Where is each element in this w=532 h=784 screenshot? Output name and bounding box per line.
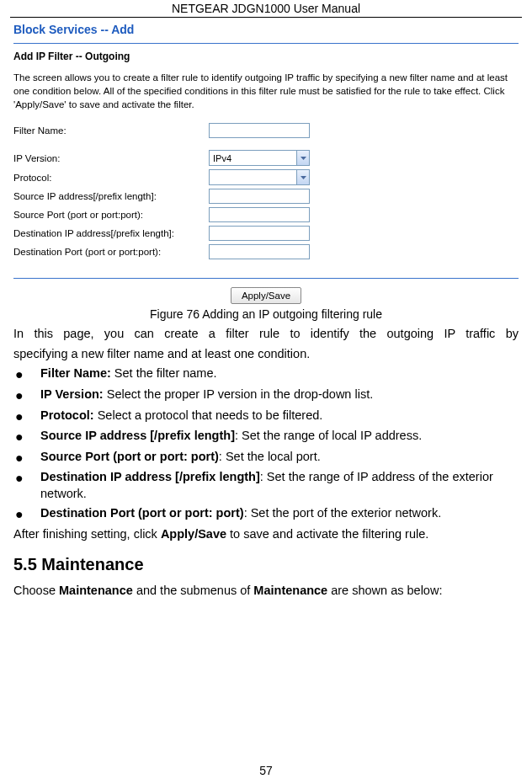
label-filter-name: Filter Name: — [13, 125, 209, 136]
row-src-ip: Source IP address[/prefix length]: — [13, 189, 519, 204]
ip-version-select[interactable]: IPv4 — [209, 150, 310, 166]
apply-wrap: Apply/Save — [13, 287, 519, 304]
page-header: NETGEAR JDGN1000 User Manual — [10, 0, 522, 18]
label-src-port: Source Port (port or port:port): — [13, 210, 209, 220]
list-item: ● Source IP address [/prefix length]: Se… — [13, 428, 519, 446]
divider — [13, 278, 519, 279]
label-dst-ip: Destination IP address[/prefix length]: — [13, 228, 209, 238]
list-item: ● IP Version: Select the proper IP versi… — [13, 387, 519, 405]
page-number: 57 — [0, 764, 532, 777]
after-text: After finishing setting, click Apply/Sav… — [13, 526, 519, 543]
row-dst-port: Destination Port (port or port:port): — [13, 244, 519, 259]
list-item: ● Source Port (port or port: port): Set … — [13, 449, 519, 467]
list-item: ● Destination IP address [/prefix length… — [13, 469, 519, 502]
dst-ip-input[interactable] — [209, 226, 310, 241]
src-port-input[interactable] — [209, 207, 310, 222]
bullet-icon: ● — [13, 449, 40, 467]
panel-description: The screen allows you to create a filter… — [13, 71, 519, 111]
label-dst-port: Destination Port (port or port:port): — [13, 247, 209, 257]
list-item: ● Protocol: Select a protocol that needs… — [13, 408, 519, 426]
row-src-port: Source Port (port or port:port): — [13, 207, 519, 222]
dst-port-input[interactable] — [209, 244, 310, 259]
filter-name-input[interactable] — [209, 123, 310, 138]
label-protocol: Protocol: — [13, 173, 209, 183]
bullet-icon: ● — [13, 365, 40, 384]
label-src-ip: Source IP address[/prefix length]: — [13, 191, 209, 201]
bullet-icon: ● — [13, 469, 40, 502]
row-ip-version: IP Version: IPv4 — [13, 150, 519, 166]
protocol-select[interactable] — [209, 169, 310, 185]
bullet-icon: ● — [13, 505, 40, 524]
list-item: ● Filter Name: Set the filter name. — [13, 365, 519, 384]
intro-line1: In this page, you can create a filter ru… — [13, 326, 519, 343]
header-title: NETGEAR JDGN1000 User Manual — [172, 2, 360, 15]
bullet-icon: ● — [13, 387, 40, 405]
bullet-icon: ● — [13, 428, 40, 446]
bullet-icon: ● — [13, 408, 40, 426]
divider — [13, 43, 519, 44]
maintenance-text: Choose Maintenance and the submenus of M… — [13, 583, 519, 600]
figure-caption: Figure 76 Adding an IP outgoing filterin… — [13, 307, 519, 321]
heading-maintenance: 5.5 Maintenance — [13, 555, 519, 574]
bullet-list: ● Filter Name: Set the filter name. ● IP… — [13, 365, 519, 523]
intro-line2: specifying a new filter name and at leas… — [13, 346, 519, 363]
row-dst-ip: Destination IP address[/prefix length]: — [13, 226, 519, 241]
chevron-down-icon — [296, 151, 309, 165]
filter-panel: Add IP Filter -- Outgoing The screen all… — [13, 43, 519, 304]
panel-title: Add IP Filter -- Outgoing — [13, 51, 519, 62]
src-ip-input[interactable] — [209, 189, 310, 204]
row-filter-name: Filter Name: — [13, 123, 519, 138]
apply-save-button[interactable]: Apply/Save — [231, 287, 301, 304]
list-item: ● Destination Port (port or port: port):… — [13, 505, 519, 524]
row-protocol: Protocol: — [13, 169, 519, 185]
label-ip-version: IP Version: — [13, 153, 209, 163]
section-title: Block Services -- Add — [13, 23, 519, 36]
ip-version-value: IPv4 — [213, 153, 231, 163]
chevron-down-icon — [296, 170, 309, 184]
